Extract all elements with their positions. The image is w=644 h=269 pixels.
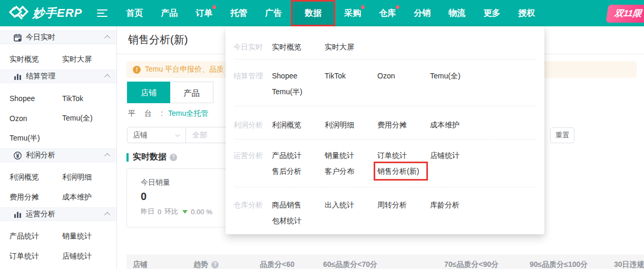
sidebar-item-realtime-screen[interactable]: 实时大屏 — [53, 55, 105, 64]
yen-circle-icon — [13, 151, 22, 160]
menu-item-tiktok[interactable]: TikTok — [325, 68, 377, 84]
menu-item-temu-full[interactable]: Temu(全) — [430, 68, 483, 84]
col-quality-60-70: 60≤品质分<70分 — [323, 260, 377, 269]
shop-select[interactable]: 店铺 — [128, 131, 186, 140]
nav-item-data[interactable]: 数据 — [291, 0, 335, 26]
menu-item-goods-sales[interactable]: 商品销售 — [272, 197, 325, 213]
dropdown-group-label: 结算管理 — [226, 68, 272, 99]
nav-item-logistics[interactable]: 物流 — [440, 0, 474, 26]
sidebar-item-tiktok[interactable]: TikTok — [53, 94, 105, 103]
menu-item-packaging-stats[interactable]: 包材统计 — [272, 213, 325, 228]
platform-row: 平台: Temu全托管 — [128, 109, 208, 118]
col-violation-30d: 30日违规扣 — [614, 260, 644, 269]
sidebar-section-settlement[interactable]: 结算管理 — [0, 69, 116, 83]
sidebar-item-profit-detail[interactable]: 利润明细 — [53, 173, 105, 182]
menu-item-order-stats[interactable]: 订单统计 — [377, 147, 430, 163]
nav-item-more[interactable]: 更多 — [474, 0, 509, 26]
sidebar-item-cost-allocation[interactable]: 费用分摊 — [0, 193, 53, 202]
menu-item-sales-volume-stats[interactable]: 销量统计 — [325, 147, 377, 163]
promo-badge[interactable]: 双11限 — [606, 5, 644, 23]
data-mega-dropdown: 今日实时 实时概览 实时大屏 结算管理 Shopee TikTok Ozon T… — [226, 26, 544, 234]
yesterday-label: 昨日 — [141, 207, 154, 216]
yesterday-value: 0 — [158, 208, 161, 216]
nav-item-warehouse[interactable]: 仓库 — [370, 0, 405, 26]
nav-item-hosting[interactable]: 托管 — [221, 0, 256, 26]
realtime-section-header: 实时数据 ? — [126, 152, 177, 163]
sidebar-item-cost-maintenance[interactable]: 成本维护 — [53, 193, 105, 202]
platform-value-link[interactable]: Temu全托管 — [168, 109, 208, 118]
menu-item-ozon[interactable]: Ozon — [377, 68, 430, 84]
menu-item-cost-allocation[interactable]: 费用分摊 — [377, 117, 430, 133]
col-trend: 趋势 ? — [193, 260, 219, 269]
menu-item-inout-stats[interactable]: 出入统计 — [325, 197, 377, 213]
dropdown-group-label: 今日实时 — [226, 39, 272, 55]
menu-item-shop-stats[interactable]: 店铺统计 — [430, 147, 483, 163]
dropdown-group-label: 仓库分析 — [226, 197, 272, 228]
warning-icon: ! — [133, 66, 141, 74]
nav-item-authorization[interactable]: 授权 — [509, 0, 544, 26]
nav-item-products[interactable]: 产品 — [152, 0, 187, 26]
col-quality-90-100: 90≤品质分≤100分 — [530, 260, 588, 269]
chevron-down-icon — [175, 132, 180, 137]
sidebar-section-profit[interactable]: 利润分析 — [0, 148, 116, 162]
logo-diamonds-icon — [8, 6, 28, 21]
app-logo[interactable]: 妙手ERP — [8, 5, 82, 21]
col-shop: 店铺 — [133, 260, 148, 269]
sidebar-item-order-stats[interactable]: 订单统计 — [0, 252, 53, 261]
menu-item-realtime-screen[interactable]: 实时大屏 — [325, 39, 377, 55]
dropdown-group-label: 运营分析 — [226, 147, 272, 179]
tab-product[interactable]: 产品 — [170, 82, 213, 103]
nav-item-orders[interactable]: 订单 — [187, 0, 221, 26]
menu-item-aftersale-analysis[interactable]: 售后分析 — [272, 163, 325, 179]
nav-item-purchasing[interactable]: 采购 — [335, 0, 370, 26]
section-title: 实时数据 — [133, 152, 167, 163]
dropdown-group-operations: 运营分析 产品统计 销量统计 订单统计 店铺统计 售后分析 客户分布 销售分析(… — [226, 140, 544, 187]
ratio-label: 环比 — [164, 207, 178, 216]
sidebar-item-sales-volume-stats[interactable]: 销量统计 — [53, 232, 105, 241]
calendar-clock-icon — [13, 33, 22, 42]
annotation-red-box: 销售分析(新) — [375, 163, 426, 179]
menu-item-product-stats[interactable]: 产品统计 — [272, 147, 325, 163]
menu-item-profit-detail[interactable]: 利润明细 — [325, 117, 377, 133]
dropdown-group-label: 利润分析 — [226, 117, 272, 133]
nav-item-distribution[interactable]: 分销 — [405, 0, 440, 26]
chevron-up-icon — [104, 212, 110, 218]
menu-item-cost-maintenance[interactable]: 成本维护 — [430, 117, 483, 133]
menu-item-temu-semi[interactable]: Temu(半) — [272, 84, 325, 99]
help-icon[interactable]: ? — [170, 154, 177, 161]
menu-item-sales-analysis-new[interactable]: 销售分析(新) — [377, 163, 430, 179]
help-icon[interactable]: ? — [211, 261, 219, 268]
tab-shop[interactable]: 店铺 — [127, 82, 170, 103]
sidebar-item-profit-overview[interactable]: 利润概览 — [0, 173, 53, 182]
menu-item-realtime-overview[interactable]: 实时概览 — [272, 39, 325, 55]
menu-item-profit-overview[interactable]: 利润概览 — [272, 117, 325, 133]
menu-toggle-icon[interactable] — [97, 7, 108, 19]
sidebar-item-temu-full[interactable]: Temu(全) — [53, 114, 105, 123]
menu-item-turnover-analysis[interactable]: 周转分析 — [377, 197, 430, 213]
notification-dot — [361, 5, 365, 9]
app-window: 妙手ERP 首页 产品 订单 托管 广告 数据 采购 仓库 分销 物流 更多 授… — [0, 0, 644, 269]
sidebar-item-shopee[interactable]: Shopee — [0, 94, 53, 103]
sidebar-item-shop-stats[interactable]: 店铺统计 — [53, 252, 105, 261]
menu-item-customer-distribution[interactable]: 客户分布 — [325, 163, 377, 179]
ratio-value: 0.00 % — [191, 208, 212, 216]
platform-label: 平台: — [128, 109, 163, 118]
nav-item-ads[interactable]: 广告 — [256, 0, 291, 26]
dropdown-group-settlement: 结算管理 Shopee TikTok Ozon Temu(全) Temu(半) — [226, 59, 544, 106]
sidebar-item-product-stats[interactable]: 产品统计 — [0, 232, 53, 241]
main-nav: 首页 产品 订单 托管 广告 数据 采购 仓库 分销 物流 更多 授权 — [117, 0, 544, 26]
quality-table-header: 店铺 趋势 ? 品质分<60 60≤品质分<70分 70≤品质分<90分 90≤… — [126, 254, 644, 269]
logo-text: 妙手ERP — [33, 5, 82, 21]
reset-button[interactable]: 重置 — [550, 127, 574, 143]
sidebar-item-temu-semi[interactable]: Temu(半) — [0, 134, 53, 143]
menu-item-shopee[interactable]: Shopee — [272, 68, 325, 84]
nav-item-home[interactable]: 首页 — [117, 0, 152, 26]
sidebar-item-ozon[interactable]: Ozon — [0, 114, 53, 123]
sidebar-item-realtime-overview[interactable]: 实时概览 — [0, 55, 53, 64]
sidebar-section-today-realtime[interactable]: 今日实时 — [0, 31, 116, 44]
sidebar-section-operations[interactable]: 运营分析 — [0, 207, 116, 221]
dropdown-group-warehouse: 仓库分析 商品销售 出入统计 周转分析 库龄分析 包材统计 — [226, 187, 544, 228]
menu-item-stock-age-analysis[interactable]: 库龄分析 — [430, 197, 483, 213]
section-accent-bar — [126, 153, 129, 162]
sidebar: 今日实时 实时概览 实时大屏 结算管理 Shopee TikTok — [0, 26, 117, 269]
